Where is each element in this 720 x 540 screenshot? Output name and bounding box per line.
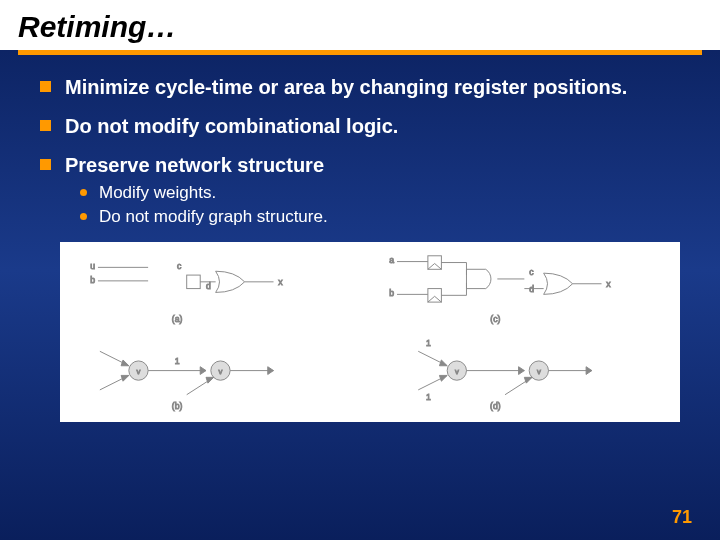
panel-label-c: (c) [490, 315, 500, 325]
svg-marker-34 [519, 367, 525, 375]
panel-label-a: (a) [172, 315, 183, 325]
dot-bullet-icon [80, 189, 87, 196]
svg-marker-37 [586, 367, 592, 375]
sub-text: Do not modify graph structure. [99, 206, 328, 228]
svg-marker-30 [439, 360, 447, 366]
label-b: b [90, 275, 95, 285]
label-x: x [606, 279, 611, 289]
edge-weight-1: 1 [426, 393, 431, 403]
sub-item: Do not modify graph structure. [80, 206, 680, 228]
svg-marker-20 [121, 376, 129, 382]
content-area: Minimize cycle-time or area by changing … [0, 55, 720, 228]
label-d: d [529, 285, 534, 295]
dot-bullet-icon [80, 213, 87, 220]
svg-marker-22 [200, 367, 206, 375]
svg-marker-27 [206, 378, 214, 384]
title-area: Retiming… [0, 0, 720, 50]
label-c: c [177, 261, 182, 271]
square-bullet-icon [40, 81, 51, 92]
node-vc: v [137, 368, 141, 377]
page-number: 71 [672, 507, 692, 528]
slide-title: Retiming… [18, 10, 702, 44]
panel-label-d: (d) [490, 401, 501, 411]
sub-item: Modify weights. [80, 182, 680, 204]
node-vc: v [455, 368, 459, 377]
edge-weight-1: 1 [426, 339, 431, 349]
svg-rect-2 [187, 275, 201, 289]
bullet-text: Minimize cycle-time or area by changing … [65, 75, 627, 100]
label-c: c [529, 267, 534, 277]
node-vx: v [537, 368, 541, 377]
sub-text: Modify weights. [99, 182, 216, 204]
diagram-svg: u b c d x (a) a b [68, 250, 672, 414]
bullet-text: Preserve network structure [65, 153, 324, 178]
node-vx: v [219, 368, 223, 377]
label-x: x [278, 277, 283, 287]
bullet-item: Minimize cycle-time or area by changing … [40, 75, 680, 100]
edge-weight-1: 1 [175, 356, 180, 366]
label-a: a [389, 256, 394, 266]
bullet-text: Do not modify combinational logic. [65, 114, 398, 139]
bullet-item: Do not modify combinational logic. [40, 114, 680, 139]
square-bullet-icon [40, 120, 51, 131]
svg-marker-18 [121, 360, 129, 366]
svg-marker-25 [268, 367, 274, 375]
label-u: u [90, 261, 95, 271]
svg-marker-32 [439, 376, 447, 382]
svg-marker-39 [524, 378, 532, 384]
square-bullet-icon [40, 159, 51, 170]
bullet-item: Preserve network structure [40, 153, 680, 178]
sub-list: Modify weights. Do not modify graph stru… [80, 182, 680, 228]
label-b: b [389, 288, 394, 298]
circuit-diagram: u b c d x (a) a b [60, 242, 680, 422]
panel-label-b: (b) [172, 401, 183, 411]
